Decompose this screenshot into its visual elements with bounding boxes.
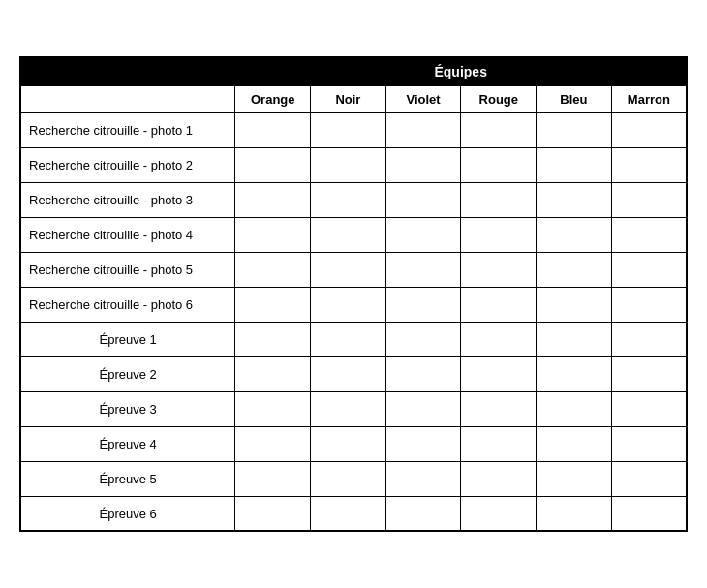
- epreuve-cell-4-3[interactable]: [385, 426, 461, 461]
- epreuve-cell-1-5[interactable]: [537, 322, 612, 356]
- epreuve-cell-4-5[interactable]: [537, 426, 612, 461]
- search-row-2: Recherche citrouille - photo 2: [20, 147, 687, 182]
- epreuve-cell-6-2[interactable]: [311, 496, 386, 531]
- epreuve-cell-2-6[interactable]: [611, 356, 687, 391]
- search-cell-4-5[interactable]: [537, 217, 612, 252]
- search-label-1: Recherche citrouille - photo 1: [20, 112, 235, 147]
- search-cell-4-2[interactable]: [311, 217, 386, 252]
- epreuve-cell-4-1[interactable]: [235, 426, 311, 461]
- search-row-3: Recherche citrouille - photo 3: [20, 182, 687, 217]
- search-cell-6-1[interactable]: [235, 287, 311, 322]
- search-cell-2-5[interactable]: [537, 147, 612, 182]
- equipes-header: Équipes: [235, 57, 687, 86]
- search-cell-4-1[interactable]: [235, 217, 311, 252]
- epreuve-cell-5-4[interactable]: [461, 461, 537, 496]
- search-cell-5-5[interactable]: [537, 252, 612, 287]
- search-cell-6-6[interactable]: [611, 287, 687, 322]
- epreuve-label-3: Épreuve 3: [20, 391, 235, 426]
- search-cell-6-3[interactable]: [385, 287, 461, 322]
- search-cell-5-1[interactable]: [235, 252, 311, 287]
- search-cell-3-1[interactable]: [235, 182, 311, 217]
- search-cell-3-2[interactable]: [311, 182, 386, 217]
- search-cell-5-4[interactable]: [461, 252, 537, 287]
- epreuve-cell-1-3[interactable]: [385, 322, 461, 356]
- search-cell-5-2[interactable]: [311, 252, 386, 287]
- epreuve-cell-6-4[interactable]: [461, 496, 537, 531]
- header-teams-row: Orange Noir Violet Rouge Bleu Marron: [20, 85, 687, 112]
- search-cell-3-4[interactable]: [461, 182, 537, 217]
- search-cell-1-6[interactable]: [611, 112, 687, 147]
- epreuve-cell-3-2[interactable]: [311, 391, 386, 426]
- epreuve-cell-2-5[interactable]: [537, 356, 612, 391]
- search-cell-2-4[interactable]: [461, 147, 537, 182]
- epreuve-row-2: Épreuve 2: [20, 356, 687, 391]
- col-marron: Marron: [611, 85, 687, 112]
- search-cell-1-2[interactable]: [311, 112, 386, 147]
- search-cell-4-4[interactable]: [461, 217, 537, 252]
- search-cell-3-6[interactable]: [611, 182, 687, 217]
- search-cell-2-2[interactable]: [311, 147, 386, 182]
- score-table-wrapper: Équipes Orange Noir Violet Rouge Bleu Ma…: [19, 56, 688, 533]
- col-bleu: Bleu: [537, 85, 612, 112]
- epreuve-cell-6-6[interactable]: [611, 496, 687, 531]
- search-cell-1-4[interactable]: [461, 112, 537, 147]
- epreuve-cell-3-1[interactable]: [235, 391, 311, 426]
- epreuve-cell-1-6[interactable]: [611, 322, 687, 356]
- search-row-1: Recherche citrouille - photo 1: [20, 112, 687, 147]
- epreuve-cell-2-3[interactable]: [385, 356, 461, 391]
- epreuve-cell-3-3[interactable]: [385, 391, 461, 426]
- header-top-row: Équipes: [20, 57, 687, 86]
- epreuve-cell-3-6[interactable]: [611, 391, 687, 426]
- search-label-3: Recherche citrouille - photo 3: [20, 182, 235, 217]
- epreuve-cell-6-5[interactable]: [537, 496, 612, 531]
- epreuve-cell-5-3[interactable]: [385, 461, 461, 496]
- search-cell-1-1[interactable]: [235, 112, 311, 147]
- epreuve-cell-5-6[interactable]: [611, 461, 687, 496]
- epreuve-cell-2-2[interactable]: [311, 356, 386, 391]
- epreuve-row-3: Épreuve 3: [20, 391, 687, 426]
- epreuve-row-4: Épreuve 4: [20, 426, 687, 461]
- search-label-5: Recherche citrouille - photo 5: [20, 252, 235, 287]
- search-cell-3-3[interactable]: [385, 182, 461, 217]
- col-noir: Noir: [311, 85, 386, 112]
- search-cell-4-6[interactable]: [611, 217, 687, 252]
- epreuve-cell-3-5[interactable]: [537, 391, 612, 426]
- search-cell-3-5[interactable]: [537, 182, 612, 217]
- search-cell-1-3[interactable]: [385, 112, 461, 147]
- col-violet: Violet: [385, 85, 461, 112]
- search-cell-6-4[interactable]: [461, 287, 537, 322]
- epreuve-label-4: Épreuve 4: [20, 426, 235, 461]
- epreuve-cell-6-3[interactable]: [385, 496, 461, 531]
- epreuve-cell-5-1[interactable]: [235, 461, 311, 496]
- search-cell-2-6[interactable]: [611, 147, 687, 182]
- search-cell-5-6[interactable]: [611, 252, 687, 287]
- epreuve-cell-1-2[interactable]: [311, 322, 386, 356]
- epreuve-cell-2-4[interactable]: [461, 356, 537, 391]
- epreuve-cell-6-1[interactable]: [235, 496, 311, 531]
- epreuve-label-2: Épreuve 2: [20, 356, 235, 391]
- epreuve-cell-4-2[interactable]: [311, 426, 386, 461]
- col-orange: Orange: [235, 85, 311, 112]
- epreuve-cell-1-4[interactable]: [461, 322, 537, 356]
- epreuve-cell-2-1[interactable]: [235, 356, 311, 391]
- epreuve-label-6: Épreuve 6: [20, 496, 235, 531]
- search-cell-6-2[interactable]: [311, 287, 386, 322]
- search-cell-5-3[interactable]: [385, 252, 461, 287]
- epreuve-cell-1-1[interactable]: [235, 322, 311, 356]
- epreuve-cell-4-4[interactable]: [461, 426, 537, 461]
- epreuve-cell-3-4[interactable]: [461, 391, 537, 426]
- epreuve-cell-4-6[interactable]: [611, 426, 687, 461]
- epreuve-label-5: Épreuve 5: [20, 461, 235, 496]
- epreuve-row-5: Épreuve 5: [20, 461, 687, 496]
- epreuve-cell-5-5[interactable]: [537, 461, 612, 496]
- epreuve-row-1: Épreuve 1: [20, 322, 687, 356]
- search-cell-2-1[interactable]: [235, 147, 311, 182]
- search-cell-4-3[interactable]: [385, 217, 461, 252]
- epreuve-row-6: Épreuve 6: [20, 496, 687, 531]
- empty-label-header: [20, 85, 235, 112]
- table-body: Recherche citrouille - photo 1Recherche …: [20, 112, 687, 531]
- search-cell-1-5[interactable]: [537, 112, 612, 147]
- search-cell-2-3[interactable]: [385, 147, 461, 182]
- epreuve-cell-5-2[interactable]: [311, 461, 386, 496]
- search-cell-6-5[interactable]: [537, 287, 612, 322]
